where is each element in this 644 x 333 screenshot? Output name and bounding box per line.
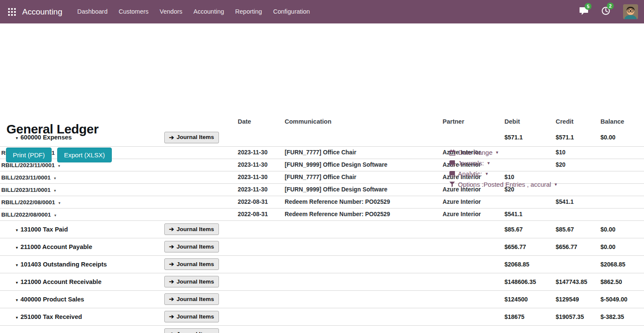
filter-options-posted-entries-accural[interactable]: Options :Posted Entries , accural▾ xyxy=(449,179,557,190)
filter-date-range[interactable]: Date Range▾ xyxy=(449,147,557,158)
account-label-cell: ▾400000 Product Sales xyxy=(0,290,163,308)
debit-cell: $124500 xyxy=(504,290,555,308)
menu-item-accounting[interactable]: Accounting xyxy=(188,0,230,23)
journal-items-button[interactable]: ➔Journal Items xyxy=(164,293,219,305)
balance-cell: $862.50 xyxy=(600,273,644,290)
journal-items-button[interactable]: ➔Journal Items xyxy=(164,223,219,235)
account-label-cell xyxy=(0,325,163,333)
credit-cell: $656.77 xyxy=(555,238,600,255)
journal-items-button[interactable]: ➔Journal Items xyxy=(164,311,219,322)
debit-cell: $571.1 xyxy=(504,129,555,146)
arrow-right-icon: ➔ xyxy=(169,295,174,302)
arrow-right-icon: ➔ xyxy=(169,226,174,232)
account-group-row: ▾131000 Tax Paid➔Journal Items$85.67$85.… xyxy=(0,220,644,238)
app-name[interactable]: Accounting xyxy=(22,7,62,17)
balance-cell xyxy=(600,325,644,333)
menu-item-configuration[interactable]: Configuration xyxy=(268,0,315,23)
dropdown-caret-icon[interactable]: ▾ xyxy=(54,188,56,193)
credit-cell xyxy=(555,208,600,220)
move-name-link[interactable]: BILL/2023/11/0001 xyxy=(1,174,51,181)
journal-items-button[interactable]: ➔Journal Items xyxy=(164,258,219,270)
partner-cell: Azure Interior xyxy=(442,196,504,208)
partner-cell xyxy=(442,290,504,308)
caret-down-icon: ▾ xyxy=(487,160,490,166)
filter-journals[interactable]: Journals:▾ xyxy=(449,158,557,168)
move-name-cell: RBILL/2022/08/0001▾ xyxy=(0,196,237,208)
collapse-caret-icon[interactable]: ▾ xyxy=(16,263,18,267)
arrow-right-icon: ➔ xyxy=(169,243,174,250)
filter-analytic[interactable]: Analytic:▾ xyxy=(449,168,557,179)
menu-item-customers[interactable]: Customers xyxy=(113,0,154,23)
communication-cell: [FURN_9999] Office Design Software xyxy=(284,183,442,196)
menu-item-dashboard[interactable]: Dashboard xyxy=(72,0,113,23)
dropdown-caret-icon[interactable]: ▾ xyxy=(54,213,56,217)
caret-down-icon: ▾ xyxy=(496,150,498,155)
apps-menu-icon[interactable] xyxy=(4,4,20,20)
communication-cell xyxy=(284,238,442,255)
arrow-right-icon: ➔ xyxy=(169,313,174,320)
collapse-caret-icon[interactable]: ▾ xyxy=(16,245,18,250)
date-cell: 2023-11-30 xyxy=(237,183,284,196)
col-header-communication: Communication xyxy=(284,115,442,129)
collapse-caret-icon[interactable]: ▾ xyxy=(16,280,18,285)
move-name-link[interactable]: BILL/2023/11/0001 xyxy=(1,187,51,193)
export-xlsx-button[interactable]: Export (XLSX) xyxy=(57,148,112,162)
dropdown-caret-icon[interactable]: ▾ xyxy=(58,201,61,205)
date-cell xyxy=(237,308,284,325)
date-cell xyxy=(237,290,284,308)
credit-cell xyxy=(555,325,600,333)
dropdown-caret-icon[interactable]: ▾ xyxy=(54,176,56,180)
credit-cell: $541.1 xyxy=(555,196,600,208)
arrow-right-icon: ➔ xyxy=(169,134,174,141)
menu-item-reporting[interactable]: Reporting xyxy=(230,0,268,23)
account-label: 211000 Account Payable xyxy=(20,243,92,250)
collapse-caret-icon[interactable]: ▾ xyxy=(16,298,18,302)
calendar-icon xyxy=(449,150,455,156)
dropdown-caret-icon[interactable]: ▾ xyxy=(58,164,60,168)
debit-cell: $541.1 xyxy=(504,208,555,220)
balance-cell: $2068.85 xyxy=(600,255,644,273)
move-name-link[interactable]: RBILL/2023/11/0001 xyxy=(1,162,55,168)
journal-items-button[interactable]: ➔Journal Items xyxy=(164,328,219,333)
col-header-debit: Debit xyxy=(504,115,555,129)
account-label-cell: ▾121000 Account Receivable xyxy=(0,273,163,290)
communication-cell xyxy=(284,129,442,146)
account-group-row: ▾251000 Tax Received➔Journal Items$18675… xyxy=(0,308,644,325)
communication-cell: [FURN_7777] Office Chair xyxy=(284,146,442,159)
collapse-caret-icon[interactable]: ▾ xyxy=(16,315,18,320)
journal-items-button[interactable]: ➔Journal Items xyxy=(164,241,219,252)
debit-cell xyxy=(504,196,555,208)
partner-cell xyxy=(442,273,504,290)
credit-cell: $19057.35 xyxy=(555,308,600,325)
print-pdf-button[interactable]: Print (PDF) xyxy=(6,148,52,162)
user-avatar[interactable] xyxy=(623,4,638,19)
move-name-link[interactable]: RBILL/2022/08/0001 xyxy=(1,199,55,206)
collapse-caret-icon[interactable]: ▾ xyxy=(16,228,18,232)
date-cell xyxy=(237,220,284,238)
journal-items-cell: ➔Journal Items xyxy=(163,238,237,255)
partner-cell xyxy=(442,325,504,333)
communication-cell: Redeem Reference Number: PO02529 xyxy=(284,196,442,208)
caret-down-icon: ▾ xyxy=(554,182,557,187)
menu-item-vendors[interactable]: Vendors xyxy=(154,0,188,23)
filter-label: Options :Posted Entries , accural xyxy=(458,181,551,188)
move-name-link[interactable]: BILL/2022/08/0001 xyxy=(1,211,51,218)
filter-label: Date Range xyxy=(458,149,492,156)
journal-items-button[interactable]: ➔Journal Items xyxy=(164,276,219,287)
account-label: 121000 Account Receivable xyxy=(20,278,102,285)
messages-button[interactable]: 5 xyxy=(579,7,589,17)
journal-items-button[interactable]: ➔Journal Items xyxy=(164,132,219,143)
balance-cell xyxy=(600,183,644,196)
credit-cell xyxy=(555,183,600,196)
account-label: 251000 Tax Received xyxy=(20,313,82,320)
date-cell: 2022-08-31 xyxy=(237,196,284,208)
arrow-right-icon: ➔ xyxy=(169,261,174,267)
filter-label: Journals: xyxy=(458,159,484,167)
navbar-right: 5 2 xyxy=(579,4,638,19)
balance-cell: $-382.35 xyxy=(600,308,644,325)
journal-items-cell: ➔Journal Items xyxy=(163,129,237,146)
report-filters: Date Range▾Journals:▾Analytic:▾Options :… xyxy=(449,147,557,190)
page-title: General Ledger xyxy=(6,122,99,136)
activities-button[interactable]: 2 xyxy=(601,6,610,17)
account-label-cell: ▾211000 Account Payable xyxy=(0,238,163,255)
